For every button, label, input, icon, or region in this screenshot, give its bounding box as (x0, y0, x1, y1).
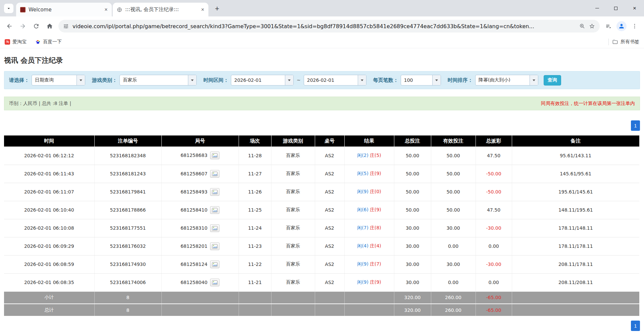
bookmark-baidu[interactable]: 百度一下 (35, 39, 62, 45)
cell-game-type: 百家乐 (271, 219, 315, 237)
pagination-top: 1 (4, 120, 640, 131)
table-row: 2026-02-01 06:08:59 523168174930 6812581… (4, 255, 639, 273)
page-1-button[interactable]: 1 (631, 120, 640, 131)
profile-avatar[interactable] (616, 21, 627, 31)
maximize-button[interactable] (606, 0, 625, 16)
subtotal-empty (344, 291, 394, 304)
round-image-button[interactable] (210, 224, 219, 232)
dropdown-arrow-icon[interactable] (530, 75, 538, 85)
cell-bet-id: 523168177551 (94, 219, 161, 237)
round-image-button[interactable] (210, 242, 219, 250)
table-row: 2026-02-01 06:09:29 523168176032 6812582… (4, 237, 639, 255)
dropdown-arrow-icon[interactable] (188, 75, 196, 85)
round-image-button[interactable] (210, 279, 219, 286)
cell-payout: 47.50 (476, 201, 512, 219)
game-type-value: 百家乐 (120, 75, 188, 85)
cell-session: 11-25 (239, 201, 271, 219)
cell-total-bet: 50.00 (394, 201, 431, 219)
zoom-in-icon[interactable] (579, 23, 585, 29)
back-button[interactable] (3, 19, 16, 33)
cell-note: 208.11/178.11 (512, 255, 639, 273)
close-button[interactable]: × (625, 0, 644, 16)
cell-valid-bet: 50.00 (431, 183, 476, 201)
cell-result: 闲(9)庄(9) (344, 273, 394, 291)
cell-table-no: AS2 (315, 237, 344, 255)
round-image-button[interactable] (210, 206, 219, 214)
table-row: 2026-02-01 06:08:35 523168174006 6812580… (4, 273, 639, 291)
page-size-label: 每页笔数： (373, 77, 398, 83)
taobao-favicon-icon: 淘 (5, 39, 10, 45)
result-player: 闲(4) (357, 243, 368, 248)
cell-result: 闲(4)庄(4) (344, 237, 394, 255)
cell-game-type: 百家乐 (271, 147, 315, 165)
header-note: 备注 (512, 135, 639, 147)
date-to-select[interactable]: 2026-02-01 (304, 75, 366, 86)
url-text[interactable]: videoie.com/ipl/portal.php/game/betrecor… (72, 23, 576, 30)
new-tab-button[interactable]: + (212, 4, 222, 14)
site-settings-icon[interactable] (63, 23, 69, 29)
cell-result: 闲(9)庄(0) (344, 183, 394, 201)
refresh-button[interactable] (30, 19, 43, 33)
table-row: 2026-02-01 06:10:08 523168177551 6812583… (4, 219, 639, 237)
result-banker: 庄(9) (370, 207, 381, 212)
subtotal-empty (239, 291, 271, 304)
dropdown-arrow-icon[interactable] (432, 75, 441, 85)
tab-close-icon[interactable]: × (103, 7, 109, 13)
result-player: 闲(9) (357, 279, 368, 285)
home-button[interactable] (43, 19, 56, 33)
dropdown-arrow-icon[interactable] (358, 75, 366, 85)
tab-search-button[interactable] (4, 4, 13, 13)
query-button[interactable]: 查询 (544, 75, 561, 86)
result-player: 闲(2) (357, 153, 368, 158)
all-bookmarks-button[interactable]: 所有书签 (612, 39, 639, 45)
summary-bar: 币别：人民币 | 总共 :8 注单 | 同局有效投注，统一计算在该局第一张注单内 (4, 97, 640, 110)
round-image-button[interactable] (210, 170, 219, 178)
cell-table-no: AS2 (315, 219, 344, 237)
total-empty (344, 304, 394, 316)
cell-game-type: 百家乐 (271, 237, 315, 255)
query-type-select[interactable]: 日期查询 (32, 75, 85, 86)
cell-table-no: AS2 (315, 273, 344, 291)
query-type-value: 日期查询 (32, 75, 77, 85)
round-image-button[interactable] (210, 188, 219, 196)
game-type-select[interactable]: 百家乐 (119, 75, 197, 86)
bookmark-star-icon[interactable] (589, 23, 595, 29)
round-image-button[interactable] (210, 261, 219, 268)
cell-round: 681258683 (161, 147, 239, 165)
media-controls-button[interactable] (602, 19, 615, 33)
cell-time: 2026-02-01 06:10:40 (4, 201, 94, 219)
sort-select[interactable]: 降幂(由大到小) (475, 75, 538, 86)
cell-bet-id: 523168179841 (94, 183, 161, 201)
cell-table-no: AS2 (315, 165, 344, 183)
cell-bet-id: 523168176032 (94, 237, 161, 255)
cell-total-bet: 50.00 (394, 165, 431, 183)
cell-valid-bet: 50.00 (431, 201, 476, 219)
tab-close-icon[interactable]: × (200, 7, 206, 13)
result-banker: 庄(9) (370, 171, 381, 176)
cell-payout: 47.50 (476, 147, 512, 165)
round-image-button[interactable] (210, 152, 219, 159)
browser-menu-button[interactable] (628, 19, 641, 33)
tab-bet-records[interactable]: :::视讯, 会员下注纪录::: × (113, 3, 208, 16)
date-from-select[interactable]: 2026-02-01 (231, 75, 294, 86)
cell-table-no: AS2 (315, 183, 344, 201)
cell-session: 11-26 (239, 183, 271, 201)
profile-person-icon (618, 23, 625, 30)
browser-toolbar: videoie.com/ipl/portal.php/game/betrecor… (0, 16, 644, 36)
forward-button[interactable] (16, 19, 30, 33)
cell-payout: 0.00 (476, 237, 512, 255)
date-to-value: 2026-02-01 (304, 75, 358, 85)
cell-round: 681258607 (161, 165, 239, 183)
minimize-button[interactable] (588, 0, 606, 16)
dropdown-arrow-icon[interactable] (285, 75, 293, 85)
page-size-select[interactable]: 100 (401, 75, 441, 86)
page-1-button[interactable]: 1 (631, 321, 640, 331)
tab-welcome[interactable]: Welcome × (16, 3, 112, 16)
sort-label: 时间排序： (448, 77, 473, 83)
cell-session: 11-22 (239, 255, 271, 273)
url-bar[interactable]: videoie.com/ipl/portal.php/game/betrecor… (58, 20, 600, 33)
table-row: 2026-02-01 06:12:12 523168182348 6812586… (4, 147, 639, 165)
table-header-row: 时间 注单编号 局号 场次 游戏类别 桌号 结果 总投注 有效投注 总派彩 备注 (4, 135, 639, 147)
dropdown-arrow-icon[interactable] (77, 75, 85, 85)
bookmark-aitaobao[interactable]: 淘 爱淘宝 (5, 39, 27, 45)
